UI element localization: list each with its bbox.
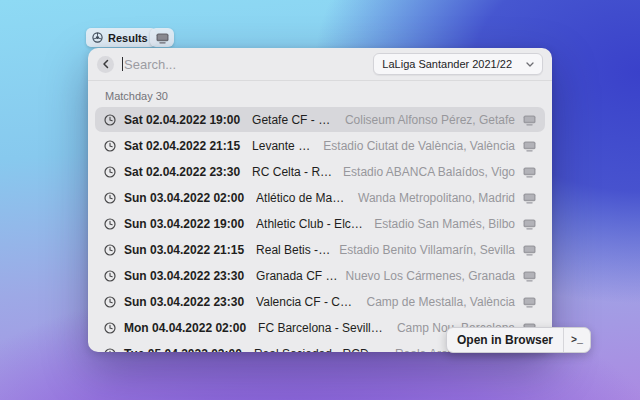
- match-row[interactable]: Sun 03.04.2022 02:00 Atlético de Madrid …: [95, 185, 545, 210]
- match-venue: Wanda Metropolitano, Madrid: [358, 191, 515, 205]
- match-teams: Real Betis - CA Osasuna: [256, 243, 331, 257]
- match-row[interactable]: Sun 03.04.2022 21:15 Real Betis - CA Osa…: [95, 237, 545, 262]
- match-datetime: Sat 02.04.2022 19:00: [124, 113, 240, 127]
- match-teams: Atlético de Madrid - Deportivo Alavés: [256, 191, 350, 205]
- clock-icon: [104, 166, 116, 178]
- match-datetime: Sun 03.04.2022 19:00: [124, 217, 244, 231]
- match-venue: Camp de Mestalla, València: [366, 295, 515, 309]
- tv-icon: [523, 140, 536, 152]
- match-datetime: Sun 03.04.2022 02:00: [124, 191, 244, 205]
- tv-icon: [523, 270, 536, 282]
- match-row[interactable]: Sun 03.04.2022 23:30 Valencia CF - Cádiz…: [95, 289, 545, 314]
- match-row[interactable]: Sat 02.04.2022 23:30 RC Celta - Real Mad…: [95, 159, 545, 184]
- search-input[interactable]: [123, 57, 373, 72]
- match-datetime: Sun 03.04.2022 21:15: [124, 243, 244, 257]
- match-teams: Getafe CF - RCD Mallorca: [252, 113, 337, 127]
- match-datetime: Sun 03.04.2022 23:30: [124, 269, 244, 283]
- clock-icon: [104, 114, 116, 126]
- results-tab[interactable]: Results: [86, 28, 156, 47]
- chevron-left-icon: [102, 59, 110, 69]
- section-title: Matchday 30: [88, 81, 552, 107]
- clock-icon: [104, 140, 116, 152]
- clock-icon: [104, 348, 116, 353]
- terminal-shortcut-icon: >_: [564, 335, 590, 346]
- desktop: { "tab": { "label": "Results" }, "search…: [0, 0, 640, 400]
- clock-icon: [104, 322, 116, 334]
- back-button[interactable]: [97, 56, 114, 73]
- tv-icon: [523, 166, 536, 178]
- match-teams: Levante UD - Villarreal CF: [252, 139, 315, 153]
- match-teams: FC Barcelona - Sevilla FC: [258, 321, 389, 335]
- tv-icon: [523, 192, 536, 204]
- match-row[interactable]: Sun 03.04.2022 23:30 Granada CF - Rayo V…: [95, 263, 545, 288]
- match-teams: Granada CF - Rayo Vallecano: [256, 269, 337, 283]
- soccer-icon: [92, 32, 103, 43]
- match-venue: Estadio San Mamés, Bilbo: [374, 217, 515, 231]
- clock-icon: [104, 218, 116, 230]
- tv-icon: [523, 114, 536, 126]
- match-venue: Coliseum Alfonso Pérez, Getafe: [345, 113, 515, 127]
- match-row[interactable]: Sun 03.04.2022 19:00 Athletic Club - Elc…: [95, 211, 545, 236]
- match-datetime: Tue 05.04.2022 02:00: [124, 347, 242, 353]
- league-dropdown[interactable]: LaLiga Santander 2021/22: [373, 53, 543, 75]
- match-teams: Real Sociedad - RCD Espanyol de Barcelon…: [254, 347, 387, 353]
- match-venue: Estadio Ciutat de València, València: [323, 139, 515, 153]
- match-venue: Estadio ABANCA Balaídos, Vigo: [343, 165, 515, 179]
- match-teams: RC Celta - Real Madrid: [252, 165, 335, 179]
- open-in-browser-button[interactable]: Open in Browser >_: [446, 327, 591, 353]
- match-row[interactable]: Sat 02.04.2022 19:00 Getafe CF - RCD Mal…: [95, 107, 545, 132]
- match-row[interactable]: Sat 02.04.2022 21:15 Levante UD - Villar…: [95, 133, 545, 158]
- match-list: Sat 02.04.2022 19:00 Getafe CF - RCD Mal…: [88, 107, 552, 352]
- league-dropdown-value: LaLiga Santander 2021/22: [382, 58, 512, 70]
- tv-icon: [156, 32, 169, 44]
- tv-icon: [523, 244, 536, 256]
- match-datetime: Mon 04.04.2022 02:00: [124, 321, 246, 335]
- match-venue: Nuevo Los Cármenes, Granada: [346, 269, 515, 283]
- clock-icon: [104, 270, 116, 282]
- results-tab-label: Results: [108, 32, 148, 44]
- results-window: LaLiga Santander 2021/22 Matchday 30 Sat…: [88, 48, 552, 352]
- open-in-browser-label: Open in Browser: [447, 333, 563, 347]
- tv-icon: [523, 296, 536, 308]
- chevron-down-icon: [526, 62, 534, 67]
- match-datetime: Sun 03.04.2022 23:30: [124, 295, 244, 309]
- clock-icon: [104, 296, 116, 308]
- search-bar: LaLiga Santander 2021/22: [88, 48, 552, 80]
- match-venue: Estadio Benito Villamarín, Sevilla: [339, 243, 515, 257]
- match-datetime: Sat 02.04.2022 21:15: [124, 139, 240, 153]
- tv-icon: [523, 218, 536, 230]
- clock-icon: [104, 244, 116, 256]
- tv-badge[interactable]: [150, 28, 174, 47]
- match-teams: Valencia CF - Cádiz CF: [256, 295, 358, 309]
- match-datetime: Sat 02.04.2022 23:30: [124, 165, 240, 179]
- match-teams: Athletic Club - Elche CF: [256, 217, 366, 231]
- clock-icon: [104, 192, 116, 204]
